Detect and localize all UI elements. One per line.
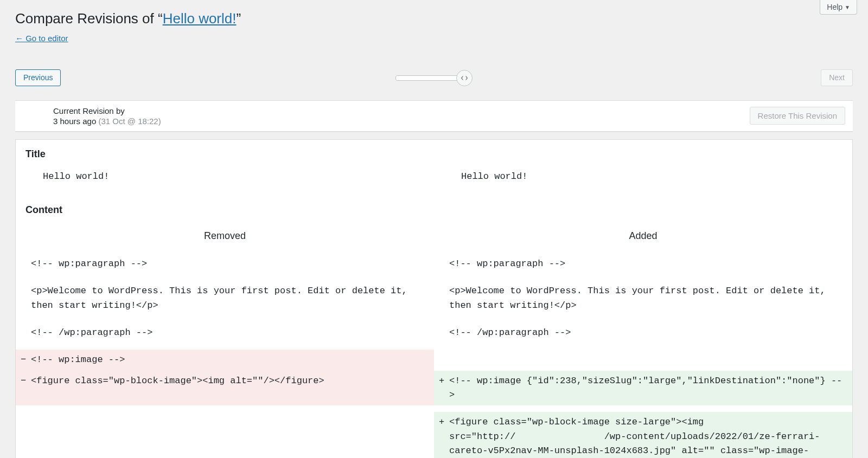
title-left: Hello world! xyxy=(16,166,434,193)
section-title-heading: Title xyxy=(16,149,852,166)
title-suffix: ” xyxy=(236,10,241,27)
slider-grip-icon xyxy=(461,74,468,82)
diff-sign xyxy=(434,281,449,316)
content-diff-table: Removed Added <!-- wp:paragraph --><!-- … xyxy=(16,222,852,458)
revision-meta-bar: Current Revision by 3 hours ago (31 Oct … xyxy=(15,100,853,132)
section-content-heading: Content xyxy=(16,193,852,222)
diff-sign xyxy=(16,254,31,274)
diff-sign xyxy=(434,254,449,274)
diff-cell-right: <figure class="wp-block-image size-large… xyxy=(449,412,852,458)
post-title-link[interactable]: Hello world! xyxy=(163,10,237,27)
chevron-down-icon: ▼ xyxy=(845,4,850,10)
revisions-controls: Previous Next xyxy=(15,68,853,88)
diff-cell-right: <!-- wp:paragraph --> xyxy=(449,254,852,274)
title-right: Hello world! xyxy=(434,166,852,193)
diff-sign xyxy=(16,281,31,316)
title-diff-table: Hello world! Hello world! xyxy=(16,166,852,193)
author-line: Current Revision by xyxy=(53,106,161,115)
slider-track[interactable] xyxy=(395,75,461,81)
diff-cell-right: <!-- /wp:paragraph --> xyxy=(449,322,852,343)
time-ago: 3 hours ago xyxy=(53,117,96,126)
diff-sign xyxy=(434,322,449,343)
next-button: Next xyxy=(821,69,853,86)
help-tab[interactable]: Help ▼ xyxy=(820,0,857,15)
diff-sign: − xyxy=(16,371,31,406)
revision-meta: Current Revision by 3 hours ago (31 Oct … xyxy=(53,106,161,126)
diff-sign xyxy=(16,322,31,343)
slider-handle[interactable] xyxy=(456,70,473,86)
diff-sign: + xyxy=(434,371,449,406)
title-prefix: Compare Revisions of “ xyxy=(15,10,163,27)
added-column-header: Added xyxy=(434,222,852,254)
diff-area: Title Hello world! Hello world! Content … xyxy=(15,139,853,458)
diff-sign: − xyxy=(16,350,31,370)
time-line: 3 hours ago (31 Oct @ 18:22) xyxy=(53,117,161,126)
help-label: Help xyxy=(827,3,843,11)
diff-cell-left: <!-- wp:image --> xyxy=(31,350,434,370)
diff-cell-left: <figure class="wp-block-image"><img alt=… xyxy=(31,371,434,406)
diff-sign xyxy=(16,412,31,458)
diff-cell-left xyxy=(31,412,434,458)
diff-cell-right: <p>Welcome to WordPress. This is your fi… xyxy=(449,281,852,316)
diff-sign: + xyxy=(434,412,449,458)
diff-cell-right: <!-- wp:image {"id":238,"sizeSlug":"larg… xyxy=(449,371,852,406)
diff-cell-left: <!-- /wp:paragraph --> xyxy=(31,322,434,343)
diff-cell-left: <p>Welcome to WordPress. This is your fi… xyxy=(31,281,434,316)
restore-revision-button: Restore This Revision xyxy=(750,107,845,125)
diff-cell-left: <!-- wp:paragraph --> xyxy=(31,254,434,274)
back-to-editor-link[interactable]: ← Go to editor xyxy=(15,34,68,43)
timestamp: (31 Oct @ 18:22) xyxy=(98,117,161,126)
diff-sign xyxy=(434,350,449,370)
removed-column-header: Removed xyxy=(16,222,434,254)
previous-button[interactable]: Previous xyxy=(15,69,61,86)
revision-slider[interactable] xyxy=(395,70,473,86)
diff-cell-right xyxy=(449,350,852,370)
page-title: Compare Revisions of “Hello world!” xyxy=(15,0,853,28)
